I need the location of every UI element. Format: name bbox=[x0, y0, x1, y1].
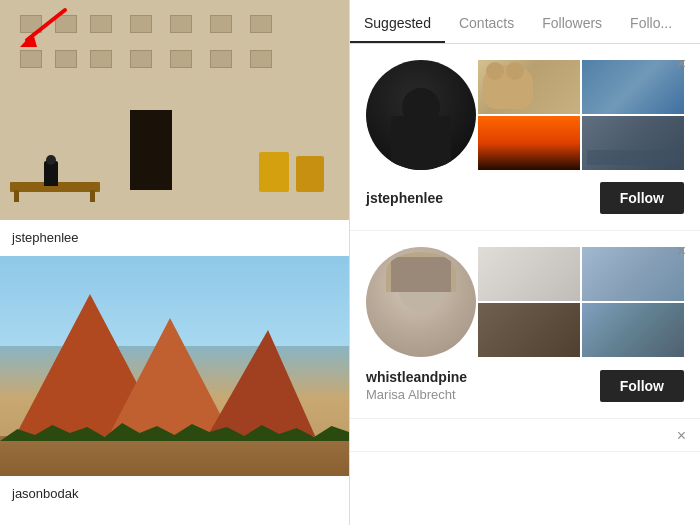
post-username-2: jasonbodak bbox=[0, 476, 349, 512]
thumb-aerial bbox=[582, 60, 684, 114]
thumb-coastal bbox=[582, 116, 684, 170]
avatar-2 bbox=[366, 247, 476, 357]
thumb-window-room bbox=[582, 247, 684, 301]
photo-collage-2 bbox=[366, 247, 684, 357]
thumb-dog bbox=[478, 60, 580, 114]
suggestion-fullname-2: Marisa Albrecht bbox=[366, 387, 467, 402]
avatar-1 bbox=[366, 60, 476, 170]
suggestion-username-2: whistleandpine bbox=[366, 369, 467, 385]
close-button-3[interactable]: × bbox=[677, 427, 686, 445]
collage-side-1 bbox=[478, 60, 684, 170]
suggestion-card-1: × bbox=[350, 44, 700, 231]
tab-followers[interactable]: Followers bbox=[528, 5, 616, 43]
thumb-fabric bbox=[478, 247, 580, 301]
suggestions-list: × bbox=[350, 44, 700, 525]
suggestion-info-1: jstephenlee bbox=[366, 190, 443, 206]
tab-suggested[interactable]: Suggested bbox=[350, 5, 445, 43]
close-button-1[interactable]: × bbox=[677, 56, 686, 72]
thumb-sunset bbox=[478, 116, 580, 170]
close-button-2[interactable]: × bbox=[677, 243, 686, 259]
thumb-terrain bbox=[478, 303, 580, 357]
follow-button-2[interactable]: Follow bbox=[600, 370, 684, 402]
arrow-indicator bbox=[15, 5, 75, 57]
tabs-bar: Suggested Contacts Followers Follo... bbox=[350, 0, 700, 44]
suggestion-username-1: jstephenlee bbox=[366, 190, 443, 206]
suggestion-card-2: × bbox=[350, 231, 700, 419]
suggestion-footer-1: jstephenlee Follow bbox=[366, 182, 684, 214]
suggestion-footer-2: whistleandpine Marisa Albrecht Follow bbox=[366, 369, 684, 402]
post-image-2 bbox=[0, 256, 349, 476]
tab-contacts[interactable]: Contacts bbox=[445, 5, 528, 43]
post-username-1: jstephenlee bbox=[0, 220, 349, 256]
tab-follow[interactable]: Follo... bbox=[616, 5, 686, 43]
photo-collage-1 bbox=[366, 60, 684, 170]
suggestion-info-2: whistleandpine Marisa Albrecht bbox=[366, 369, 467, 402]
left-panel: jstephenlee jasonbodak bbox=[0, 0, 350, 525]
collage-side-2 bbox=[478, 247, 684, 357]
thumb-landscape bbox=[582, 303, 684, 357]
follow-button-1[interactable]: Follow bbox=[600, 182, 684, 214]
suggestion-card-3: × bbox=[350, 419, 700, 452]
right-panel: Suggested Contacts Followers Follo... × bbox=[350, 0, 700, 525]
